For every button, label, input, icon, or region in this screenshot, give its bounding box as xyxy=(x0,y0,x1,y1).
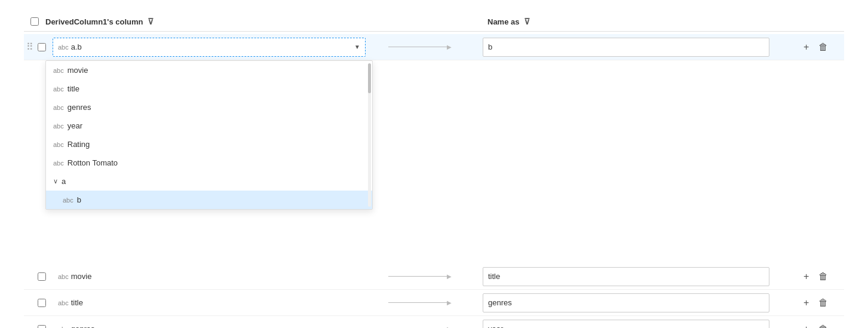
arrow-cell xyxy=(370,44,478,50)
table-header: DerivedColumn1's column ⊽ Name as ⊽ xyxy=(24,12,844,32)
row-checkbox-cell xyxy=(36,325,48,329)
name-input[interactable] xyxy=(483,293,769,312)
dropdown-item-label: year xyxy=(68,121,82,130)
row-checkbox[interactable] xyxy=(38,43,46,51)
scrollbar-track xyxy=(368,63,371,207)
name-cell xyxy=(478,317,796,329)
name-cell xyxy=(478,265,796,289)
dropdown-item-movie[interactable]: abc movie xyxy=(46,61,372,79)
source-dropdown[interactable]: abc genres xyxy=(53,320,366,329)
source-dropdown-menu: abc movie abc title abc genres abc year … xyxy=(45,60,373,210)
actions-cell: + 🗑 xyxy=(796,322,844,329)
main-container: DerivedColumn1's column ⊽ Name as ⊽ ⠿ ab… xyxy=(0,0,868,328)
source-filter-icon[interactable]: ⊽ xyxy=(148,17,154,26)
source-cell: abc a.b ▼ xyxy=(48,35,370,59)
name-col-label: Name as xyxy=(487,17,519,26)
row-checkbox[interactable] xyxy=(38,272,46,281)
add-row-button[interactable]: + xyxy=(801,296,811,310)
dropdown-group-a[interactable]: ∨ a xyxy=(46,172,372,191)
drag-handle[interactable]: ⠿ xyxy=(24,271,36,282)
source-cell: abc movie xyxy=(48,265,370,289)
source-col-header: DerivedColumn1's column ⊽ xyxy=(45,17,380,26)
row-checkbox-cell xyxy=(36,272,48,281)
source-dropdown[interactable]: abc title xyxy=(53,293,366,312)
row-checkbox[interactable] xyxy=(38,299,46,307)
source-cell: abc genres xyxy=(48,317,370,329)
actions-cell: + 🗑 xyxy=(796,296,844,310)
dropdown-item-label: genres xyxy=(68,103,91,112)
dropdown-item-label: Rating xyxy=(68,140,90,149)
source-value: movie xyxy=(71,272,360,281)
select-all-checkbox[interactable] xyxy=(30,17,39,26)
name-cell xyxy=(478,291,796,315)
source-value: genres xyxy=(71,324,360,328)
add-row-button[interactable]: + xyxy=(801,269,811,284)
arrow-cell xyxy=(370,299,478,306)
delete-row-button[interactable]: 🗑 xyxy=(816,269,830,284)
arrow-indicator xyxy=(388,299,460,306)
delete-row-button[interactable]: 🗑 xyxy=(816,322,830,329)
delete-row-button[interactable]: 🗑 xyxy=(816,40,830,54)
scrollbar-thumb[interactable] xyxy=(368,63,371,93)
type-tag: abc xyxy=(58,273,69,280)
dropdown-item-rating[interactable]: abc Rating xyxy=(46,135,372,154)
drag-handle[interactable]: ⠿ xyxy=(24,41,36,53)
dropdown-item-b[interactable]: abc b xyxy=(46,191,372,209)
dropdown-item-tag: abc xyxy=(53,122,64,130)
dropdown-item-genres[interactable]: abc genres xyxy=(46,98,372,117)
source-dropdown[interactable]: abc a.b ▼ xyxy=(53,38,366,57)
header-check-col xyxy=(24,17,45,26)
add-row-button[interactable]: + xyxy=(801,322,811,329)
name-filter-icon[interactable]: ⊽ xyxy=(524,17,530,26)
dropdown-item-tag: abc xyxy=(53,67,64,74)
name-input[interactable] xyxy=(483,320,769,329)
source-value: a.b xyxy=(71,42,352,51)
add-row-button[interactable]: + xyxy=(801,40,811,54)
arrow-cell xyxy=(370,326,478,328)
dropdown-arrow-icon[interactable]: ▼ xyxy=(354,44,360,50)
dropdown-group-label: a xyxy=(62,177,66,186)
name-col-header: Name as ⊽ xyxy=(487,17,796,26)
dropdown-item-tag: abc xyxy=(53,141,64,148)
drag-handle[interactable]: ⠿ xyxy=(24,323,36,328)
row-checkbox[interactable] xyxy=(38,325,46,329)
arrow-indicator xyxy=(388,44,460,50)
dropdown-item-label: Rotton Tomato xyxy=(68,158,118,167)
dropdown-item-year[interactable]: abc year xyxy=(46,117,372,135)
dropdown-item-tag: abc xyxy=(63,197,73,204)
name-input[interactable] xyxy=(483,267,769,286)
source-dropdown[interactable]: abc movie xyxy=(53,267,366,286)
name-cell xyxy=(478,35,796,59)
actions-cell: + 🗑 xyxy=(796,40,844,54)
source-col-label: DerivedColumn1's column xyxy=(45,17,143,26)
table-row: ⠿ abc title + 🗑 xyxy=(24,290,844,316)
dropdown-item-tag: abc xyxy=(53,85,64,93)
drag-handle[interactable]: ⠿ xyxy=(24,297,36,308)
table-row: ⠿ abc movie + 🗑 xyxy=(24,263,844,290)
type-tag: abc xyxy=(58,44,69,51)
type-tag: abc xyxy=(58,326,69,329)
source-value: title xyxy=(71,298,360,307)
table-row: ⠿ abc genres + 🗑 xyxy=(24,316,844,328)
rows-container: ⠿ abc a.b ▼ + 🗑 xyxy=(24,34,844,328)
dropdown-item-label: title xyxy=(68,84,79,93)
dropdown-item-label: movie xyxy=(68,66,88,75)
arrow-cell xyxy=(370,273,478,280)
dropdown-item-tag: abc xyxy=(53,104,64,111)
group-chevron-icon: ∨ xyxy=(53,177,58,185)
dropdown-item-label: b xyxy=(77,195,81,204)
dropdown-item-tag: abc xyxy=(53,160,64,167)
delete-row-button[interactable]: 🗑 xyxy=(816,296,830,310)
table-row: ⠿ abc a.b ▼ + 🗑 xyxy=(24,34,844,60)
row-checkbox-cell xyxy=(36,43,48,51)
type-tag: abc xyxy=(58,299,69,306)
source-cell: abc title xyxy=(48,291,370,315)
dropdown-item-rotton-tomato[interactable]: abc Rotton Tomato xyxy=(46,154,372,172)
arrow-indicator xyxy=(388,326,460,328)
arrow-indicator xyxy=(388,273,460,280)
dropdown-item-title[interactable]: abc title xyxy=(46,79,372,98)
actions-cell: + 🗑 xyxy=(796,269,844,284)
row-checkbox-cell xyxy=(36,299,48,307)
name-input[interactable] xyxy=(483,38,769,57)
